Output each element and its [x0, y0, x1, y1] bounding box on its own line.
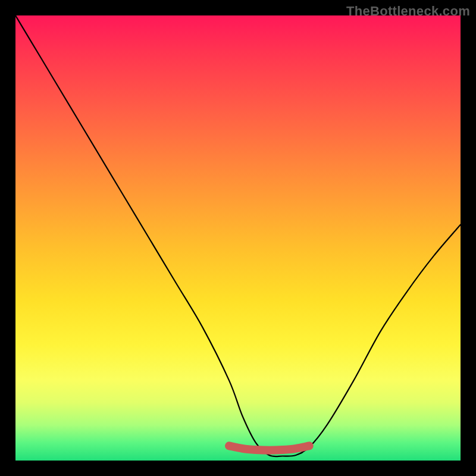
chart-frame: TheBottleneck.com	[0, 0, 476, 476]
watermark-text: TheBottleneck.com	[346, 4, 470, 19]
plot-area	[15, 15, 461, 461]
gradient-background	[15, 15, 461, 461]
